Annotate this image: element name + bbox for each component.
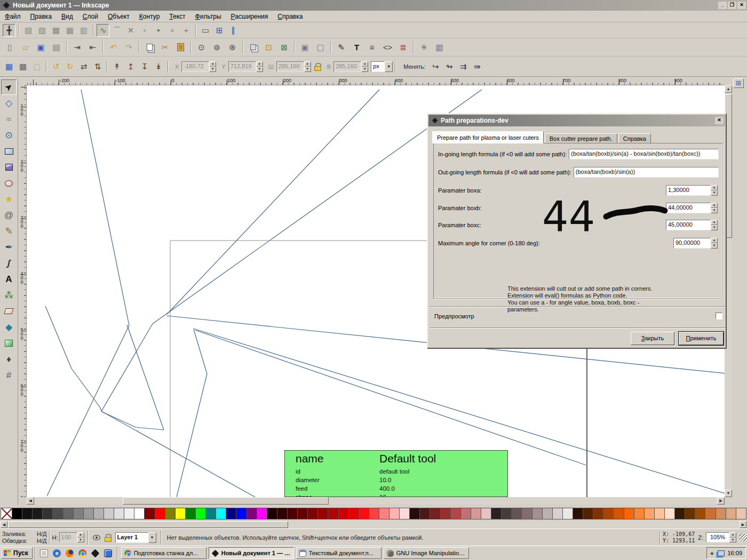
snap-midpoints[interactable]: ∘ [166,24,179,37]
snap-path-intersections[interactable]: ✕ [124,24,137,37]
menu-item-6[interactable]: Текст [164,11,190,22]
palette-color-36[interactable] [379,508,390,519]
paste[interactable] [173,40,188,54]
save-document[interactable]: ▣ [34,40,48,54]
gradient-tool[interactable] [1,335,17,351]
palette-color-68[interactable] [705,508,716,519]
fill-value[interactable]: Н/Д [37,531,46,538]
palette-color-49[interactable] [512,508,522,519]
palette-color-57[interactable] [593,508,603,519]
select-all-in-all-layers[interactable]: ▩ [17,60,29,73]
palette-color-63[interactable] [655,508,665,519]
start-button[interactable]: Пуск [1,547,33,559]
palette-color-16[interactable] [176,508,186,519]
affect-corners[interactable]: ↬ [443,60,456,73]
max-angle-spinbox[interactable]: 90,00000▲▼ [673,238,718,249]
internet-explorer-quicklaunch-icon[interactable]: e [52,548,62,558]
layer-dropdown[interactable]: Layer 1 ▼ [115,532,156,543]
menu-item-5[interactable]: Контур [134,11,164,22]
palette-color-3[interactable] [43,508,53,519]
palette-color-65[interactable] [675,508,685,519]
selector-tool[interactable]: ➤ [1,79,17,95]
snap-page-border[interactable]: ▭ [199,24,212,37]
menu-item-0[interactable]: Файл [0,11,26,22]
palette-color-53[interactable] [553,508,563,519]
palette-color-6[interactable] [74,508,84,519]
palette-color-64[interactable] [665,508,675,519]
restore-button[interactable]: ❐ [728,2,736,9]
palette-color-7[interactable] [84,508,94,519]
snap-nodes[interactable]: ∿ [97,24,109,37]
deselect[interactable]: ▢ [30,60,43,73]
layer-visibility-icon[interactable] [93,535,100,540]
apply-button[interactable]: Применить [679,332,724,345]
new-document[interactable]: ▯ [3,40,17,54]
snap-bbox-edge-midpoints[interactable]: ▦ [63,24,76,37]
tool-parameters-table[interactable]: name Default tool iddefault tooldiameter… [284,450,508,497]
snap-bbox-centers[interactable]: ▥ [77,24,90,37]
palette-color-11[interactable] [124,508,134,519]
preferences[interactable]: ✳ [417,40,431,54]
inkscape-quicklaunch-icon[interactable] [90,548,101,558]
copy[interactable] [142,40,157,54]
palette-color-20[interactable] [216,508,226,519]
keyboard-layout-quicklaunch-icon[interactable] [103,548,114,558]
group-objects[interactable]: ▣ [298,40,312,54]
minimize-button[interactable]: _ [718,2,727,9]
zoom-to-drawing[interactable]: ⊚ [210,40,224,54]
menu-item-7[interactable]: Фильтры [190,11,226,22]
no-color-swatch[interactable] [1,508,12,519]
palette-color-54[interactable] [563,508,573,519]
palette-color-4[interactable] [53,508,63,519]
palette-color-19[interactable] [206,508,216,519]
rotate-90-ccw[interactable]: ↺ [50,60,62,73]
palette-color-67[interactable] [695,508,705,519]
palette-color-31[interactable] [328,508,338,519]
palette-color-0[interactable] [12,508,22,519]
eraser-tool[interactable] [1,303,17,319]
canvas-corner-button[interactable]: ⊞ [733,78,744,88]
palette-color-29[interactable] [308,508,318,519]
affect-stroke-width[interactable]: ↪ [429,60,442,73]
paint-bucket-tool[interactable]: ◆ [1,319,17,335]
flip-vertical[interactable]: ⇅ [91,60,104,73]
palette-color-55[interactable] [573,508,583,519]
palette-color-23[interactable] [247,508,257,519]
palette-color-40[interactable] [420,508,430,519]
tweak-tool[interactable]: ≈ [1,111,17,127]
snap-cusp-nodes[interactable]: ◦ [138,24,151,37]
unlink-clone[interactable]: ⊠ [277,40,291,54]
snap-smooth-nodes[interactable]: • [152,24,165,37]
palette-scroll-right-button[interactable]: ▶ [740,521,746,528]
palette-color-13[interactable] [145,508,155,519]
palette-color-17[interactable] [186,508,196,519]
dialog-close-icon[interactable]: ✕ [715,117,724,124]
palette-color-1[interactable] [22,508,33,519]
redo[interactable]: ↷ [122,40,136,54]
palette-color-27[interactable] [288,508,298,519]
palette-color-5[interactable] [63,508,74,519]
affect-gradients[interactable]: ⇉ [457,60,470,73]
snap-to-paths[interactable]: ⌒ [110,24,123,37]
palette-color-70[interactable] [726,508,736,519]
palette-color-50[interactable] [522,508,532,519]
select-all[interactable]: ▦ [3,60,15,73]
param-boxb-spinbox[interactable]: 44,00000▲▼ [666,203,718,213]
palette-color-35[interactable] [369,508,379,519]
box3d-tool[interactable] [1,159,17,175]
snap-guides[interactable]: ∥ [227,24,240,37]
palette-color-8[interactable] [94,508,104,519]
dialog-titlebar[interactable]: Path preparations-dev ✕ [428,115,725,126]
connector-tool[interactable]: # [1,367,17,383]
resize-grip[interactable] [740,534,747,541]
affect-patterns[interactable]: ⇛ [471,60,483,73]
palette-color-2[interactable] [33,508,43,519]
scroll-right-button[interactable]: ▶ [717,497,725,505]
horizontal-scrollbar[interactable]: ◀ ▶ [27,497,725,505]
print-document[interactable]: ▤ [49,40,63,54]
opacity-spinbox[interactable]: 100▲▼ [59,532,84,542]
menu-item-9[interactable]: Справка [273,11,307,22]
zoom-tool[interactable]: ⊙ [1,127,17,143]
outgoing-formula-input[interactable]: (boxa/tan(boxb)/sin(a)) [574,167,719,178]
palette-color-28[interactable] [298,508,308,519]
